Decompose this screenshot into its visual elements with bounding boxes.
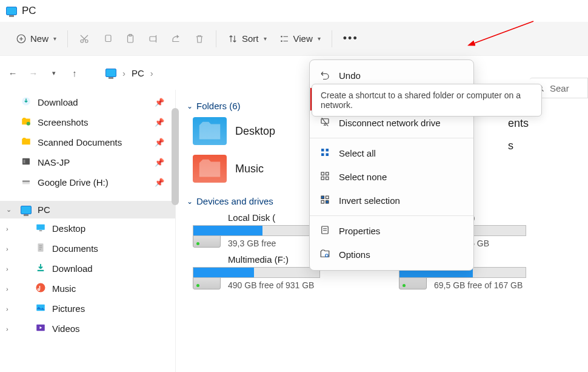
sidebar-quick-item[interactable]: NAS-JP 📌 [0,152,175,172]
view-button[interactable]: View ▾ [273,30,327,48]
pin-icon: 📌 [155,158,164,167]
svg-rect-30 [321,177,324,180]
paste-icon [125,33,136,44]
svg-rect-31 [326,177,329,180]
menu-item-options[interactable]: Options [310,243,473,266]
cut-icon [79,33,90,44]
up-button[interactable]: ↑ [68,68,81,78]
rename-icon [148,33,159,44]
pc-icon [21,206,32,214]
sidebar-quick-item[interactable]: Google Drive (H:) 📌 [0,172,175,192]
sidebar-item-label: Documents [52,243,98,254]
folder-icon [21,136,32,149]
pictures-icon [35,302,46,315]
sidebar-item-label: Screenshots [38,117,88,127]
sort-button[interactable]: Sort ▾ [221,30,273,48]
sidebar-pc-child[interactable]: › Pictures [0,299,175,319]
back-button[interactable]: ← [6,68,19,78]
chevron-right-icon[interactable]: › [6,265,8,272]
folders-header-label: Folders (6) [196,101,241,111]
new-label: New [30,33,48,44]
breadcrumb[interactable]: › PC › [99,66,159,81]
menu-item-select-all[interactable]: Select all [310,141,473,165]
paste-button[interactable] [119,30,142,48]
download2-icon [35,262,46,275]
window-title: PC [22,5,36,17]
chevron-right-icon[interactable]: › [6,325,8,333]
svg-point-37 [326,254,329,257]
sidebar-item-label: NAS-JP [38,157,70,167]
folder-tile-partial[interactable]: ents [508,117,556,130]
chevron-down-icon: ▾ [53,35,56,42]
sidebar-item-pc[interactable]: ⌄ PC [0,201,175,218]
rename-button[interactable] [142,30,165,48]
music-icon [35,282,46,295]
sidebar-quick-item[interactable]: Screenshots 📌 [0,112,175,132]
menu-item-invert-selection[interactable]: Invert selection [310,189,473,212]
chevron-right-icon[interactable]: › [6,225,8,232]
sort-label: Sort [242,33,259,44]
sidebar-item-label: Google Drive (H:) [38,177,109,188]
menu-item-select-none[interactable]: Select none [310,165,473,189]
svg-rect-34 [321,201,324,204]
svg-point-19 [36,283,45,293]
sidebar-quick-item[interactable]: Download 📌 [0,92,175,112]
svg-rect-29 [326,172,329,175]
gdrive-icon [21,176,32,189]
chevron-down-icon[interactable]: ⌄ [6,206,12,214]
more-button[interactable]: ••• [337,29,364,49]
svg-rect-6 [150,36,156,41]
cut-button[interactable] [73,30,96,48]
folder-label: Desktop [235,125,275,138]
share-button[interactable] [165,30,188,48]
chevron-down-icon: ⌄ [187,197,193,206]
breadcrumb-pc[interactable]: PC [132,68,144,78]
nas-icon [21,156,32,169]
separator [216,30,216,47]
separator [67,30,68,47]
drive-usage-bar [193,225,320,236]
pin-icon: 📌 [155,118,164,127]
menu-item-label: Select none [339,172,387,182]
sidebar-item-label: Music [52,283,76,294]
selall-icon [319,147,330,160]
separator [332,30,332,47]
sidebar-pc-child[interactable]: › Documents [0,238,175,259]
folder-tile-partial[interactable]: s [508,140,556,152]
svg-rect-20 [36,305,45,311]
sidebar-pc-child[interactable]: › Download [0,259,175,279]
selnone-icon [319,171,330,183]
drive-usage-bar [193,267,320,278]
sidebar-item-label: Pictures [52,303,85,314]
sidebar-pc-child[interactable]: › Videos [0,319,175,339]
new-button[interactable]: New ▾ [10,30,62,48]
sidebar-item-label: Scanned Documents [38,137,122,147]
svg-rect-33 [326,196,329,199]
copy-button[interactable] [96,30,119,48]
recent-chevron-icon[interactable]: ▾ [47,69,61,77]
disconnect-icon [319,117,330,129]
menu-item-label: Disconnect network drive [339,118,441,128]
chevron-down-icon: ▾ [264,35,267,42]
svg-rect-16 [39,231,42,232]
sidebar-pc-child[interactable]: › Music [0,279,175,299]
sidebar: Download 📌 Screenshots 📌 Scanned Documen… [0,90,176,372]
svg-point-10 [27,122,30,126]
chevron-right-icon[interactable]: › [6,245,8,252]
sidebar-pc-child[interactable]: › Desktop [0,218,175,238]
menu-item-properties[interactable]: Properties [310,219,473,243]
sidebar-quick-item[interactable]: Scanned Documents 📌 [0,132,175,152]
svg-rect-18 [38,270,44,271]
sidebar-item-label: Videos [52,323,80,334]
folder-icon [193,117,227,145]
folder-label: Music [235,163,264,175]
delete-button[interactable] [188,30,211,48]
folder-label: ents [508,117,529,130]
copy-icon [102,33,113,44]
documents-icon [35,242,46,255]
forward-button[interactable]: → [27,68,40,78]
chevron-right-icon[interactable]: › [6,285,8,293]
videos-icon [35,322,46,335]
svg-point-8 [281,41,282,42]
chevron-right-icon[interactable]: › [6,305,8,313]
